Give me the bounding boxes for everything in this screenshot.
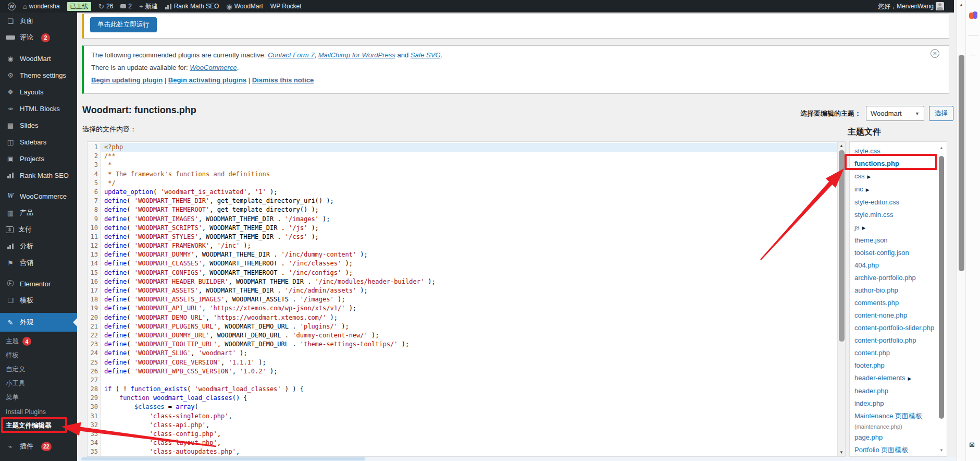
comments-link[interactable]: 2	[117, 0, 135, 13]
sidebar-item-woodmart[interactable]: ◉WoodMart	[0, 50, 77, 67]
sidebar-item-rank-math-seo[interactable]: Rank Math SEO	[0, 167, 77, 184]
panel-bottom-icon[interactable]: ⊠	[969, 441, 975, 448]
page-scrollbar-thumb[interactable]	[959, 55, 964, 271]
sidebar-item-analytics[interactable]: 分析	[0, 238, 77, 254]
theme-file-footer.php[interactable]: footer.php	[854, 359, 936, 372]
notice-actions-line: Begin updating plugin | Begin activating…	[91, 76, 941, 84]
theme-file-content-portfolio.php[interactable]: content-portfolio.php	[854, 334, 936, 347]
woodmart-menu[interactable]: ◉ WoodMart	[222, 0, 266, 13]
sidebar-subitem-install-plugins[interactable]: Install Plugins	[0, 405, 77, 419]
sidebar-item-layouts[interactable]: ❖Layouts	[0, 83, 77, 100]
theme-file-content-portfolio-slider.php[interactable]: content-portfolio-slider.php	[854, 322, 936, 334]
theme-file-content-none.php[interactable]: content-none.php	[854, 309, 936, 322]
sidebar-subitem-patterns[interactable]: 样板	[0, 348, 77, 362]
woocommerce-link[interactable]: WooCommerce	[190, 64, 237, 71]
folder-expand-icon[interactable]: ▶	[867, 174, 871, 179]
select-theme-button[interactable]: 选择	[929, 106, 953, 121]
editor-scrollbar[interactable]: ▲ ▼	[837, 142, 845, 456]
files-scrollbar-thumb[interactable]	[939, 156, 944, 419]
theme-file-portfolio-[interactable]: Portfolio 页面模板	[854, 444, 936, 456]
scroll-down-icon[interactable]: ▼	[938, 448, 945, 453]
line-number: 31	[88, 412, 101, 421]
run-now-button[interactable]: 单击此处立即运行	[90, 17, 157, 32]
folder-expand-icon[interactable]: ▶	[908, 376, 912, 381]
scroll-up-icon[interactable]: ▲	[938, 145, 945, 150]
editor-scrollbar-thumb[interactable]	[839, 150, 845, 342]
dismiss-notice-button[interactable]: ✕	[931, 49, 939, 58]
horizontal-scrollbar-thumb[interactable]	[81, 457, 365, 460]
sidebar-item-plugins[interactable]: ⌁插件22	[0, 438, 77, 455]
theme-file-js[interactable]: js▶	[854, 221, 936, 234]
sidebar-item-marketing[interactable]: ⚑营销	[0, 254, 77, 271]
collapse-handle-icon[interactable]: —	[970, 51, 976, 58]
theme-select-dropdown[interactable]: Woodmart ▼	[866, 106, 924, 121]
sidebar-item-appearance[interactable]: ✎外观	[0, 313, 77, 332]
theme-file-maintenance-[interactable]: Maintenance 页面模板	[854, 410, 936, 422]
theme-file-css[interactable]: css▶	[854, 170, 936, 183]
contact-form-7-link[interactable]: Contact Form 7	[268, 51, 315, 59]
mailchimp-link[interactable]: MailChimp for WordPress	[318, 51, 395, 59]
theme-file-author-bio.php[interactable]: author-bio.php	[854, 284, 936, 297]
theme-file-404.php[interactable]: 404.php	[854, 259, 936, 272]
files-scrollbar[interactable]: ▲ ▼	[938, 143, 945, 455]
rank-math-menu[interactable]: Rank Math SEO	[162, 0, 223, 13]
sidebar-item-comments[interactable]: 评论2	[0, 29, 77, 46]
folder-expand-icon[interactable]: ▶	[866, 187, 870, 192]
sidebar-item-theme-settings[interactable]: ⚙Theme settings	[0, 67, 77, 83]
new-content-menu[interactable]: + 新建	[135, 0, 162, 13]
chevron-down-icon: ▼	[915, 111, 920, 116]
wp-rocket-menu[interactable]: WP Rocket	[267, 0, 305, 13]
wp-logo-menu[interactable]: W	[4, 0, 19, 13]
sidebar-item-products[interactable]: ▦产品	[0, 204, 77, 221]
sidebar-item-projects[interactable]: ▣Projects	[0, 150, 77, 167]
sidebar-item-woocommerce[interactable]: WWooCommerce	[0, 188, 77, 204]
theme-file-archive-portfolio.php[interactable]: archive-portfolio.php	[854, 272, 936, 284]
sidebar-item-elementor[interactable]: ⒺElementor	[0, 275, 77, 292]
begin-updating-plugin-link[interactable]: Begin updating plugin	[91, 76, 163, 84]
theme-file-style-editor.css[interactable]: style-editor.css	[854, 196, 936, 209]
theme-file-theme.json[interactable]: theme.json	[854, 234, 936, 247]
code-area[interactable]: 1<?php2/**3 *4 * The framework's functio…	[88, 142, 837, 456]
sidebar-subitem-widgets[interactable]: 小工具	[0, 377, 77, 391]
theme-file-index.php[interactable]: index.php	[854, 397, 936, 410]
scroll-down-icon[interactable]: ▼	[838, 450, 845, 455]
my-account-menu[interactable]: 您好，MervenWang	[874, 0, 948, 13]
theme-file-functions.php[interactable]: functions.php	[854, 157, 936, 170]
theme-file-header.php[interactable]: header.php	[854, 385, 936, 397]
theme-file-header-elements[interactable]: header-elements▶	[854, 372, 936, 385]
scroll-up-icon[interactable]: ▲	[838, 143, 845, 148]
sidebar-item-pages[interactable]: ❏页面	[0, 13, 77, 29]
sidebar-item-slides[interactable]: ▤Slides	[0, 117, 77, 134]
sidebar-item-sidebars[interactable]: ◫Sidebars	[0, 134, 77, 150]
begin-activating-plugins-link[interactable]: Begin activating plugins	[168, 76, 246, 84]
sidebar-subitem-theme-file-editor[interactable]: 主题文件编辑器	[0, 419, 77, 433]
page-scrollbar[interactable]: ▲	[957, 0, 965, 461]
scroll-up-icon[interactable]: ▲	[957, 3, 965, 7]
theme-file-style.css[interactable]: style.css	[854, 145, 936, 157]
theme-file-toolset-config.json[interactable]: toolset-config.json	[854, 247, 936, 259]
sidebar-item-templates[interactable]: ❒模板	[0, 292, 77, 309]
file-link-label: author-bio.php	[854, 286, 898, 294]
file-link-label: css	[854, 172, 865, 180]
folder-expand-icon[interactable]: ▶	[862, 225, 865, 231]
sidebar-subitem-themes[interactable]: 主题4	[0, 334, 77, 348]
safe-svg-link[interactable]: Safe SVG	[411, 51, 441, 59]
updates-link[interactable]: ↻ 26	[95, 0, 117, 13]
line-number: 26	[88, 367, 101, 376]
sidebar-item-html-blocks[interactable]: </>HTML Blocks	[0, 100, 77, 117]
sidebar-item-payments[interactable]: $支付	[0, 221, 77, 238]
sidebar-subitem-customize[interactable]: 自定义	[0, 362, 77, 377]
wp-rocket-label: WP Rocket	[270, 3, 302, 10]
horizontal-scrollbar[interactable]	[77, 457, 957, 461]
theme-file-inc[interactable]: inc▶	[854, 183, 936, 196]
browser-extension-icon[interactable]	[969, 11, 977, 20]
theme-file-style.min.css[interactable]: style.min.css	[854, 209, 936, 221]
site-name-link[interactable]: ⌂ wondersha	[19, 0, 64, 13]
code-text: define( 'WOODMART_PLUGINS_URL', WOODMART…	[101, 322, 349, 331]
theme-file-content.php[interactable]: content.php	[854, 347, 936, 359]
sidebar-subitem-menus[interactable]: 菜单	[0, 391, 77, 405]
code-editor[interactable]: 1<?php2/**3 *4 * The framework's functio…	[87, 141, 846, 457]
dismiss-this-notice-link[interactable]: Dismiss this notice	[252, 76, 314, 84]
theme-file-page.php[interactable]: page.php	[854, 431, 936, 444]
theme-file-comments.php[interactable]: comments.php	[854, 297, 936, 309]
